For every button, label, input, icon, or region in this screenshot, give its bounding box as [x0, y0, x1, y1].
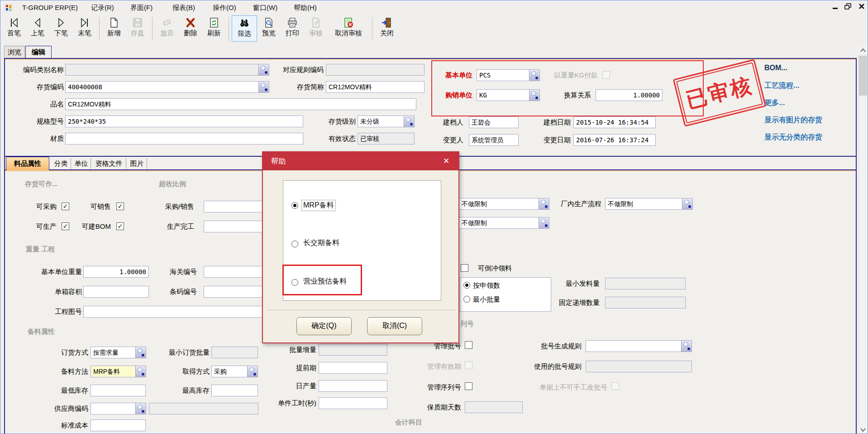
modify-date-label: 变更日期 — [532, 134, 571, 146]
dialog-cancel-button[interactable]: 取消(C) — [367, 317, 422, 335]
drawing-number-field[interactable] — [83, 306, 278, 318]
min-stock-field[interactable] — [91, 385, 146, 396]
link-bom[interactable]: BOM... — [764, 64, 787, 72]
last-record-button[interactable]: 末笔 — [73, 15, 96, 42]
menu-item-window[interactable]: 窗口(W) — [251, 3, 279, 13]
spec-field[interactable]: 250*240*35 — [65, 116, 303, 127]
chevron-up-icon — [860, 48, 866, 52]
lookup-icon[interactable] — [539, 217, 549, 228]
refresh-button[interactable]: 刷新 — [202, 15, 226, 42]
prev-record-button[interactable]: 上笔 — [26, 15, 49, 42]
supplier-code-field[interactable] — [91, 403, 146, 415]
scroll-up-button[interactable] — [858, 46, 868, 55]
delete-icon — [185, 17, 196, 29]
preview-button[interactable]: 预览 — [257, 15, 281, 42]
new-icon — [108, 17, 120, 29]
tab-unit[interactable]: 单位 — [72, 158, 91, 169]
dialog-ok-button[interactable]: 确定(Q) — [296, 317, 352, 335]
lookup-icon[interactable] — [258, 64, 269, 75]
std-cost-field[interactable] — [91, 420, 146, 431]
delete-button[interactable]: 删除 — [179, 15, 202, 42]
lookup-icon[interactable] — [247, 366, 258, 377]
prep-method-field[interactable]: MRP备料 — [91, 366, 146, 377]
option-long-lead-label[interactable]: 长交期备料 — [303, 238, 339, 248]
backflush-checkbox[interactable] — [461, 264, 468, 272]
factory-flow-field[interactable]: 不做限制 — [605, 198, 693, 210]
save-button: 存盘 — [126, 15, 149, 42]
next-record-button[interactable]: 下笔 — [49, 15, 73, 42]
option-mrp-radio[interactable] — [291, 202, 298, 209]
dialog-close-icon[interactable]: ✕ — [440, 152, 452, 170]
name-field[interactable]: CR12MOV精料 — [65, 98, 416, 110]
vertical-scrollbar[interactable] — [858, 46, 868, 434]
lookup-icon[interactable] — [539, 198, 549, 209]
link-show-uncategorized[interactable]: 显示无分类的存货 — [764, 133, 822, 142]
grade-field[interactable]: 未分级 — [358, 116, 415, 127]
item-code-field[interactable]: 400400008 — [65, 81, 269, 93]
first-record-button[interactable]: 首笔 — [2, 15, 26, 42]
new-button[interactable]: 新增 — [102, 15, 126, 42]
lookup-icon[interactable] — [135, 347, 146, 358]
code-category-field[interactable] — [65, 64, 269, 76]
exit-button[interactable]: 关闭 — [375, 15, 399, 42]
cancel-audit-button[interactable]: 取消审核 — [328, 15, 369, 42]
purchasable-label: 可采购 — [19, 201, 57, 212]
tab-qualification-files[interactable]: 资格文件 — [92, 158, 126, 169]
lookup-icon[interactable] — [135, 403, 146, 414]
chevron-down-icon — [860, 428, 866, 432]
restore-button[interactable] — [843, 3, 853, 12]
print-button[interactable]: 打印 — [281, 15, 304, 42]
tab-category[interactable]: 分类 — [51, 158, 71, 169]
option-long-lead-radio[interactable] — [291, 241, 298, 247]
daily-output-field[interactable] — [319, 380, 387, 392]
unit-weight-field[interactable]: 1.00000 — [83, 266, 149, 278]
close-window-button[interactable] — [857, 3, 867, 12]
material-field[interactable] — [65, 133, 303, 145]
menu-item-help[interactable]: 帮助(H) — [292, 3, 319, 13]
min-batch-radio[interactable] — [463, 296, 470, 303]
order-mode-field[interactable]: 按需求量 — [91, 347, 146, 358]
link-process-flow[interactable]: 工艺流程... — [764, 81, 799, 91]
tab-edit[interactable]: 编辑 — [25, 46, 52, 58]
acquire-mode-field[interactable]: 采购 — [211, 366, 258, 377]
menu-item-record[interactable]: 记录(R) — [89, 3, 116, 13]
by-application-radio[interactable] — [463, 282, 470, 289]
lookup-icon[interactable] — [681, 341, 692, 352]
short-name-label: 存货简称 — [279, 81, 324, 93]
short-name-field[interactable]: CR12MOV精料 — [326, 81, 424, 93]
menu-item-interface[interactable]: 界面(F) — [129, 3, 154, 13]
lookup-icon[interactable] — [682, 198, 692, 209]
tab-browse[interactable]: 浏览 — [4, 46, 25, 58]
manage-batch-checkbox[interactable] — [465, 341, 472, 349]
menu-item-operation[interactable]: 操作(O) — [211, 3, 238, 13]
menu-item-report[interactable]: 报表(B) — [171, 3, 197, 13]
lead-time-field[interactable] — [319, 362, 387, 374]
lookup-icon[interactable] — [135, 366, 146, 377]
scrollbar-thumb[interactable] — [859, 56, 867, 96]
filter-button[interactable]: 筛选 — [232, 15, 257, 42]
no-limit-field-2[interactable]: 不做限制 — [459, 217, 549, 229]
producible-label: 可生产 — [19, 221, 57, 232]
option-mrp-label[interactable]: MRP备料 — [301, 200, 336, 211]
toolbar-separator — [372, 17, 372, 41]
tab-images[interactable]: 图片 — [127, 158, 147, 169]
scroll-down-button[interactable] — [858, 425, 868, 434]
manage-serial-checkbox[interactable] — [465, 382, 472, 390]
grade-label: 存货级别 — [310, 116, 356, 127]
bom-allowed-checkbox[interactable] — [116, 222, 124, 230]
sellable-checkbox[interactable] — [116, 203, 124, 210]
unit-hours-field[interactable] — [319, 397, 387, 409]
box-volume-field[interactable] — [83, 286, 149, 298]
link-more[interactable]: 更多... — [764, 98, 785, 108]
rule-code-field[interactable] — [326, 64, 424, 76]
menu-item-app[interactable]: T-GROUP ERP(E) — [20, 3, 80, 13]
no-limit-field-1[interactable]: 不做限制 — [459, 198, 549, 210]
minimize-button[interactable] — [830, 3, 840, 12]
link-show-with-image[interactable]: 显示有图片的存货 — [764, 116, 822, 125]
max-stock-field[interactable] — [211, 385, 258, 396]
lookup-icon[interactable] — [258, 82, 269, 92]
batch-rule-field[interactable] — [586, 340, 692, 352]
purchasable-checkbox[interactable] — [62, 203, 69, 210]
tab-item-attributes[interactable]: 料品属性 — [6, 157, 49, 170]
lookup-icon[interactable] — [404, 116, 414, 127]
